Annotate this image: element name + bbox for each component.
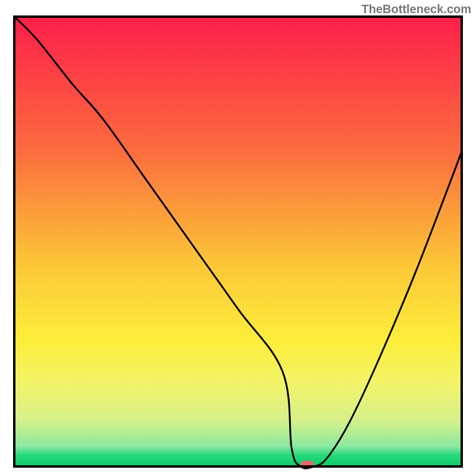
chart-container: TheBottleneck.com	[0, 0, 476, 476]
bottleneck-chart	[0, 0, 476, 476]
watermark-label: TheBottleneck.com	[362, 2, 471, 16]
plot-background	[14, 17, 462, 466]
